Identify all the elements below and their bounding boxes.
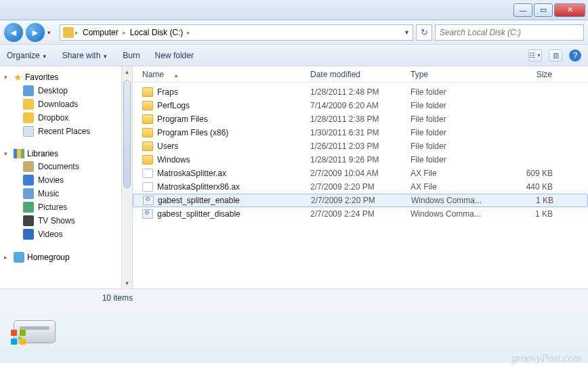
sidebar-item-movies[interactable]: Movies — [4, 173, 132, 187]
file-date: 2/7/2009 2:24 PM — [306, 209, 406, 219]
file-date: 2/7/2009 2:20 PM — [307, 196, 407, 205]
file-size: 1 KB — [489, 209, 557, 219]
file-rows: Fraps1/28/2011 2:48 PMFile folderPerfLog… — [133, 83, 588, 288]
history-dropdown[interactable]: ▾ — [47, 29, 57, 36]
library-icon — [23, 202, 34, 213]
breadcrumb-separator: ▸ — [75, 29, 79, 36]
sidebar-item-tv-shows[interactable]: TV Shows — [4, 214, 132, 228]
breadcrumb-computer[interactable]: Computer — [80, 28, 121, 37]
folder-icon — [142, 101, 153, 110]
sidebar-item-downloads[interactable]: Downloads — [4, 98, 132, 111]
close-button[interactable]: ✕ — [554, 3, 585, 17]
file-type: File folder — [406, 114, 489, 124]
burn-button[interactable]: Burn — [123, 51, 140, 60]
main-content: ▾★Favorites DesktopDownloadsDropboxRecen… — [0, 66, 588, 288]
file-type: Windows Comma... — [407, 196, 490, 205]
libraries-header[interactable]: ▾Libraries — [4, 148, 132, 160]
file-row[interactable]: Users1/26/2011 2:03 PMFile folder — [133, 139, 588, 153]
folder-icon — [142, 142, 153, 151]
search-box[interactable] — [435, 24, 584, 41]
preview-pane-button[interactable]: ▥ — [549, 49, 562, 62]
minimize-button[interactable]: — — [513, 3, 532, 17]
breadcrumb-local-disk[interactable]: Local Disk (C:) — [127, 28, 186, 37]
column-type[interactable]: Type — [406, 70, 489, 79]
file-row[interactable]: PerfLogs7/14/2009 6:20 AMFile folder — [133, 99, 588, 112]
folder-icon — [23, 112, 34, 123]
sidebar-item-music[interactable]: Music — [4, 187, 132, 200]
file-type: File folder — [406, 128, 489, 137]
search-input[interactable] — [440, 28, 579, 37]
navigation-pane: ▾★Favorites DesktopDownloadsDropboxRecen… — [0, 66, 133, 288]
libraries-group: ▾Libraries DocumentsMoviesMusicPicturesT… — [4, 148, 132, 241]
refresh-button[interactable]: ↻ — [416, 24, 432, 41]
column-headers: Name▲ Date modified Type Size — [133, 66, 588, 83]
scroll-thumb[interactable] — [123, 80, 131, 188]
sidebar-item-label: Downloads — [38, 100, 78, 109]
organize-menu[interactable]: Organize▼ — [7, 51, 47, 60]
sidebar-item-pictures[interactable]: Pictures — [4, 200, 132, 214]
folder-icon — [142, 87, 153, 97]
library-icon — [23, 215, 34, 226]
favorites-group: ▾★Favorites DesktopDownloadsDropboxRecen… — [4, 70, 132, 138]
file-name: MatroskaSplitterx86.ax — [157, 182, 240, 192]
file-name: Fraps — [157, 87, 178, 97]
libraries-icon — [14, 149, 24, 158]
sidebar-item-label: Videos — [38, 230, 62, 239]
homegroup-header[interactable]: ▸Homegroup — [4, 251, 132, 264]
file-name: MatroskaSplitter.ax — [157, 169, 226, 178]
sidebar-item-label: Dropbox — [38, 113, 68, 123]
file-type: File folder — [406, 155, 489, 165]
file-list-pane: Name▲ Date modified Type Size Fraps1/28/… — [133, 66, 588, 288]
file-type: File folder — [406, 142, 489, 151]
sidebar-item-label: Music — [38, 189, 59, 198]
file-row[interactable]: Program Files (x86)1/30/2011 6:31 PMFile… — [133, 126, 588, 139]
window-titlebar: — ▭ ✕ — [0, 0, 588, 20]
sidebar-item-dropbox[interactable]: Dropbox — [4, 111, 132, 125]
sidebar-scrollbar[interactable]: ▲ ▼ — [121, 66, 132, 288]
share-with-menu[interactable]: Share with▼ — [62, 51, 108, 60]
file-row[interactable]: MatroskaSplitterx86.ax2/7/2009 2:20 PMAX… — [133, 180, 588, 194]
sidebar-item-label: Movies — [38, 175, 64, 185]
file-row[interactable]: Program Files1/28/2011 2:38 PMFile folde… — [133, 112, 588, 126]
cmd-icon — [142, 209, 153, 219]
scroll-down-icon[interactable]: ▼ — [122, 278, 132, 288]
address-dropdown-icon[interactable]: ▼ — [404, 29, 410, 36]
favorites-header[interactable]: ▾★Favorites — [4, 70, 132, 84]
file-row[interactable]: gabest_splitter_disable2/7/2009 2:24 PMW… — [133, 207, 588, 221]
folder-icon — [23, 126, 34, 137]
file-row[interactable]: MatroskaSplitter.ax2/7/2009 10:04 AMAX F… — [133, 167, 588, 180]
new-folder-button[interactable]: New folder — [155, 51, 194, 60]
windows-logo-icon — [11, 330, 26, 345]
scroll-up-icon[interactable]: ▲ — [122, 66, 132, 77]
sidebar-item-videos[interactable]: Videos — [4, 228, 132, 241]
file-row[interactable]: gabest_splitter_enable2/7/2009 2:20 PMWi… — [133, 194, 588, 207]
file-size: 440 KB — [489, 182, 557, 192]
file-icon — [142, 182, 153, 192]
sidebar-item-label: Recent Places — [38, 127, 90, 136]
back-button[interactable]: ◄ — [4, 23, 23, 42]
column-date-modified[interactable]: Date modified — [306, 70, 406, 79]
maximize-button[interactable]: ▭ — [534, 3, 553, 17]
file-type: AX File — [406, 182, 489, 192]
sidebar-item-documents[interactable]: Documents — [4, 160, 132, 173]
file-row[interactable]: Windows1/28/2011 9:26 PMFile folder — [133, 153, 588, 167]
file-row[interactable]: Fraps1/28/2011 2:48 PMFile folder — [133, 85, 588, 99]
command-bar: Organize▼ Share with▼ Burn New folder ☷ … — [0, 45, 588, 66]
drive-icon — [63, 27, 74, 38]
forward-button[interactable]: ► — [26, 23, 45, 42]
navigation-bar: ◄ ► ▾ ▸ Computer ▸ Local Disk (C:) ▸ ▼ ↻ — [0, 20, 588, 45]
sort-indicator-icon: ▲ — [173, 72, 179, 79]
address-bar[interactable]: ▸ Computer ▸ Local Disk (C:) ▸ ▼ — [60, 24, 413, 41]
sidebar-item-desktop[interactable]: Desktop — [4, 84, 132, 98]
file-size: 609 KB — [489, 169, 557, 178]
view-mode-button[interactable]: ☷ ▼ — [528, 49, 542, 62]
library-icon — [23, 188, 34, 199]
help-button[interactable]: ? — [569, 49, 581, 62]
column-size[interactable]: Size — [489, 70, 557, 79]
sidebar-item-recent-places[interactable]: Recent Places — [4, 125, 132, 138]
file-date: 1/26/2011 2:03 PM — [306, 142, 406, 151]
folder-icon — [23, 99, 34, 110]
cmd-icon — [143, 196, 154, 205]
file-date: 1/28/2011 2:38 PM — [306, 114, 406, 124]
column-name[interactable]: Name▲ — [138, 70, 306, 79]
